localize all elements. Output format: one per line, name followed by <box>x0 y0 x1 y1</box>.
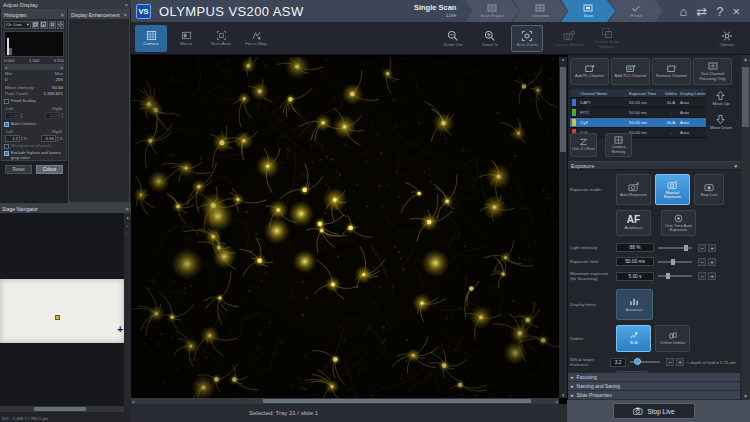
checkbox-checked-icon[interactable] <box>4 151 9 156</box>
exposure-time-value[interactable]: 50.00 ms <box>616 257 654 266</box>
stop-live-button[interactable]: Stop Live <box>613 403 695 419</box>
decrement-button[interactable]: − <box>666 358 674 366</box>
fixed-left-field[interactable]: 1.00 ▴▾ <box>5 112 23 119</box>
stage-position-marker[interactable] <box>55 315 60 320</box>
auto-exposure-button[interactable]: A Auto Exposure <box>616 174 651 205</box>
step-scan[interactable]: Scan <box>561 0 615 22</box>
checkbox-icon[interactable] <box>4 99 9 104</box>
slide-overview-map[interactable]: + <box>0 279 124 343</box>
all-pixels-checkbox[interactable]: Histogram of all pixels <box>2 144 66 149</box>
zoom-in-button[interactable]: Zoom In <box>474 25 506 52</box>
scan-area-button[interactable]: Scan Area <box>205 25 237 52</box>
use-z-offset-button[interactable]: Use Z-Offset <box>570 133 597 157</box>
enhancement-tab[interactable]: Display Enhancement × <box>69 10 129 19</box>
macro-view-button[interactable]: Macro <box>170 25 202 52</box>
one-time-auto-exposure-button[interactable]: One Time Auto Exposure <box>661 210 696 236</box>
channel-row-cy3-selected[interactable]: Cy3 50.00 ms SLA Auto <box>570 118 706 128</box>
auto-zoom-button[interactable]: Auto Zoom <box>511 25 543 52</box>
copy-icon[interactable] <box>32 21 39 29</box>
scroll-up-icon[interactable]: ▲ <box>126 215 130 220</box>
add-tlo-channel-button[interactable]: Add TLO Channel <box>611 58 650 85</box>
max-exposure-value[interactable]: 5.00 s <box>616 272 654 281</box>
section-focusing[interactable]: ▸ Focusing <box>568 373 740 382</box>
close-icon[interactable]: × <box>60 12 64 18</box>
step-scan-project[interactable]: Scan Project <box>465 0 519 22</box>
spinner-arrows-icon[interactable]: ▴▾ <box>21 113 23 119</box>
close-icon[interactable]: × <box>123 12 127 18</box>
scroll-down-icon[interactable]: ▼ <box>743 393 748 399</box>
spinner-arrows-icon[interactable]: ▴▾ <box>21 136 23 142</box>
scroll-right-icon[interactable]: ▸ <box>61 65 63 70</box>
scroll-up-icon[interactable]: ▲ <box>561 57 565 62</box>
scrollbar-thumb[interactable] <box>34 407 86 411</box>
stage-navigator-titlebar[interactable]: Stage Navigator × <box>0 204 131 213</box>
switch-windows-icon[interactable]: ⇄ <box>696 4 707 19</box>
channel-row-dapi[interactable]: DAPI 50.00 ms SLA Auto <box>570 98 706 108</box>
histogram-range-slider[interactable]: ◂ ▸ <box>4 64 64 70</box>
checkbox-checked-icon[interactable] <box>4 122 9 127</box>
autofocus-button[interactable]: AF Autofocus <box>616 210 651 236</box>
histogram-tab[interactable]: Histogram × <box>2 10 66 19</box>
spinner-arrows-icon[interactable]: ▴▾ <box>57 136 59 142</box>
manual-exposure-button[interactable]: Manual Exposure <box>655 174 690 205</box>
scroll-down-icon[interactable]: ▼ <box>561 393 565 398</box>
online-deblur-button[interactable]: Online Deblur <box>655 325 690 352</box>
ws-thickness-value[interactable]: 3.2 <box>610 358 626 367</box>
auto-contrast-checkbox[interactable]: Auto Contrast <box>2 122 66 127</box>
reset-button[interactable]: Reset <box>5 165 32 174</box>
scrollbar-thumb[interactable] <box>560 67 566 152</box>
add-fl-channel-button[interactable]: Add FL Channel <box>570 58 609 85</box>
scroll-up-icon[interactable]: ▲ <box>743 56 748 62</box>
move-down-button[interactable]: Move Down <box>710 115 732 130</box>
channel-select[interactable]: Ch: Live ▾ <box>4 21 31 29</box>
save-icon[interactable] <box>40 21 47 29</box>
settings-icon[interactable] <box>57 21 64 29</box>
camera-view-button[interactable]: Camera <box>135 25 167 52</box>
camera-binning-button[interactable]: Camera Binning <box>605 133 632 157</box>
capture-settings-button[interactable]: Capture Settings <box>553 25 585 52</box>
exposure-time-slider[interactable] <box>658 261 692 263</box>
navigator-tool-strip[interactable]: ▲ + − <box>124 213 131 409</box>
increment-button[interactable]: + <box>708 272 716 280</box>
exclude-gray-checkbox[interactable]: Exclude highest and lowest gray value <box>2 151 66 161</box>
ws-thickness-slider[interactable] <box>630 361 660 363</box>
checkbox-icon[interactable] <box>4 144 9 149</box>
fixed-right-field[interactable]: 4.00 ▴▾ <box>45 112 63 119</box>
stop-live-mode-button[interactable]: Stop Live <box>694 174 724 205</box>
remove-channel-button[interactable]: Remove Channel <box>652 58 691 85</box>
step-finish[interactable]: Finish <box>609 0 663 22</box>
display-limits-auto-button[interactable]: Automatic <box>616 289 653 320</box>
move-up-button[interactable]: Move Up <box>713 91 730 106</box>
close-icon[interactable]: × <box>732 4 740 19</box>
zoom-in-icon[interactable]: + <box>126 223 128 228</box>
increment-button[interactable]: + <box>708 258 716 266</box>
light-intensity-slider[interactable] <box>658 247 692 249</box>
decrement-button[interactable]: − <box>698 272 706 280</box>
grid-icon[interactable] <box>49 21 56 29</box>
auto-left-field[interactable]: 1.2 ▴▾ % <box>5 135 27 142</box>
navigator-lower-area[interactable] <box>0 343 124 408</box>
fluorescence-live-image[interactable] <box>131 57 559 398</box>
decrement-button[interactable]: − <box>698 244 706 252</box>
zoom-out-button[interactable]: Zoom Out <box>437 25 469 52</box>
spinner-arrows-icon[interactable]: ▴▾ <box>61 113 63 119</box>
histogram-plot[interactable] <box>4 31 64 57</box>
navigator-horizontal-scrollbar[interactable] <box>0 406 124 412</box>
section-slide-properties[interactable]: ▸ Slide Properties <box>568 391 740 400</box>
auto-right-field[interactable]: 4.36 ▴▾ % <box>41 135 63 142</box>
navigator-upper-area[interactable] <box>0 213 124 279</box>
increment-button[interactable]: + <box>708 244 716 252</box>
colour-button[interactable]: Colour <box>36 165 63 174</box>
zoom-out-icon[interactable]: − <box>126 231 128 236</box>
help-icon[interactable]: ? <box>716 4 723 19</box>
decrement-button[interactable]: − <box>698 258 706 266</box>
home-icon[interactable]: ⌂ <box>679 4 687 19</box>
close-icon[interactable]: × <box>125 206 129 212</box>
options-button[interactable]: Options <box>711 25 743 52</box>
scrollbar-thumb[interactable] <box>263 399 531 403</box>
max-exposure-slider[interactable] <box>658 275 692 277</box>
light-intensity-value[interactable]: 88 % <box>616 243 654 252</box>
close-icon[interactable]: × <box>124 2 128 8</box>
increment-button[interactable]: + <box>676 358 684 366</box>
channel-row-fitc[interactable]: FITC 50.00 ms - Auto <box>570 108 706 118</box>
